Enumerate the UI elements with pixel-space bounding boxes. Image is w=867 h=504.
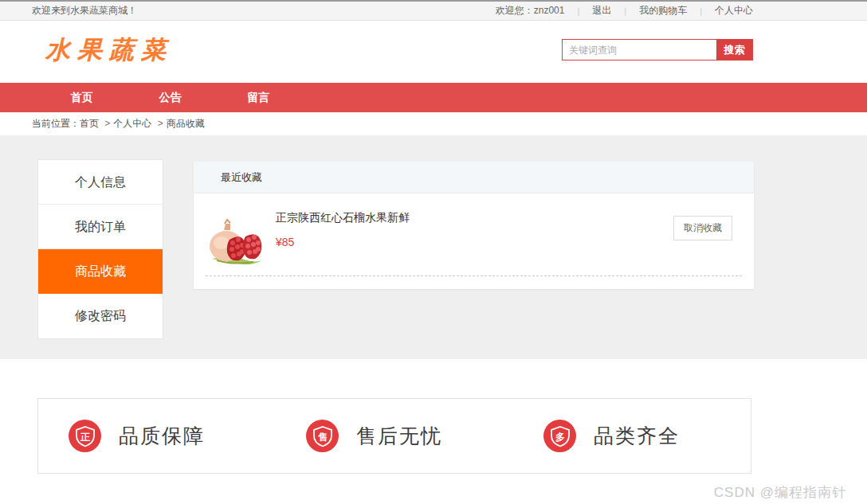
welcome-text: 欢迎来到水果蔬菜商城！ xyxy=(32,4,137,18)
divider: | xyxy=(577,6,579,16)
feature-aftersale-label: 售后无忧 xyxy=(356,423,442,449)
user-greeting: 欢迎您：znz001 xyxy=(496,4,565,18)
shield-aftersale-icon: 售 xyxy=(306,420,339,452)
divider: | xyxy=(624,6,626,16)
panel-body: 正宗陕西红心石榴水果新鲜 ¥85 取消收藏 xyxy=(194,193,754,289)
breadcrumb: 当前位置：首页 >个人中心 >商品收藏 xyxy=(0,112,867,135)
content-section: 个人信息 我的订单 商品收藏 修改密码 最近收藏 xyxy=(0,135,867,359)
breadcrumb-label: 当前位置： xyxy=(32,118,80,129)
site-logo[interactable]: 水果蔬菜 xyxy=(45,33,173,67)
row-divider xyxy=(206,275,742,276)
sidebar-item-favorites[interactable]: 商品收藏 xyxy=(38,249,163,294)
breadcrumb-personal-center[interactable]: 个人中心 xyxy=(113,118,151,129)
panel-title: 最近收藏 xyxy=(194,162,754,193)
features-bar: 正 品质保障 售 售后无忧 多 品类齐全 xyxy=(37,398,751,474)
shield-variety-icon: 多 xyxy=(543,420,576,452)
svg-text:正: 正 xyxy=(80,431,90,442)
csdn-watermark: CSDN @编程指南针 xyxy=(714,483,846,502)
topbar-links: 欢迎您：znz001 | 退出 | 我的购物车 | 个人中心 xyxy=(496,4,753,18)
cancel-favorite-button[interactable]: 取消收藏 xyxy=(673,216,732,240)
shield-quality-icon: 正 xyxy=(69,420,101,452)
nav-item-message[interactable]: 留言 xyxy=(214,83,303,112)
product-name[interactable]: 正宗陕西红心石榴水果新鲜 xyxy=(276,211,410,225)
sidebar-item-change-password[interactable]: 修改密码 xyxy=(38,294,163,338)
sidebar: 个人信息 我的订单 商品收藏 修改密码 xyxy=(37,159,163,339)
search-button[interactable]: 搜索 xyxy=(716,40,752,60)
nav-item-home[interactable]: 首页 xyxy=(37,83,126,112)
breadcrumb-separator: > xyxy=(158,118,163,129)
feature-variety-label: 品类齐全 xyxy=(594,423,680,449)
feature-variety: 多 品类齐全 xyxy=(513,420,751,452)
feature-aftersale: 售 售后无忧 xyxy=(276,420,513,452)
footer-section: 正 品质保障 售 售后无忧 多 品类齐全 CSDN @ xyxy=(0,359,867,504)
sidebar-item-my-orders[interactable]: 我的订单 xyxy=(38,205,163,249)
svg-text:售: 售 xyxy=(317,431,328,442)
cart-link[interactable]: 我的购物车 xyxy=(639,4,687,18)
favorite-item-row: 正宗陕西红心石榴水果新鲜 ¥85 取消收藏 xyxy=(206,208,742,272)
svg-text:多: 多 xyxy=(555,431,565,442)
favorites-panel: 最近收藏 xyxy=(194,162,754,289)
nav-item-notice[interactable]: 公告 xyxy=(126,83,214,112)
search-input[interactable] xyxy=(563,40,716,60)
product-info: 正宗陕西红心石榴水果新鲜 ¥85 xyxy=(276,208,410,248)
product-image[interactable] xyxy=(206,208,269,272)
feature-quality: 正 品质保障 xyxy=(38,420,276,452)
divider: | xyxy=(700,6,702,16)
breadcrumb-home[interactable]: 首页 xyxy=(80,118,99,129)
site-header: 水果蔬菜 搜索 xyxy=(0,21,867,83)
personal-center-link[interactable]: 个人中心 xyxy=(715,4,753,18)
logout-link[interactable]: 退出 xyxy=(592,4,611,18)
search-box: 搜索 xyxy=(562,39,753,61)
main-nav: 首页 公告 留言 xyxy=(0,83,867,112)
breadcrumb-separator: > xyxy=(104,118,110,129)
feature-quality-label: 品质保障 xyxy=(119,423,205,449)
topbar: 欢迎来到水果蔬菜商城！ 欢迎您：znz001 | 退出 | 我的购物车 | 个人… xyxy=(0,0,867,21)
breadcrumb-favorites: 商品收藏 xyxy=(167,118,205,129)
product-price: ¥85 xyxy=(276,236,410,248)
sidebar-item-personal-info[interactable]: 个人信息 xyxy=(38,160,163,205)
